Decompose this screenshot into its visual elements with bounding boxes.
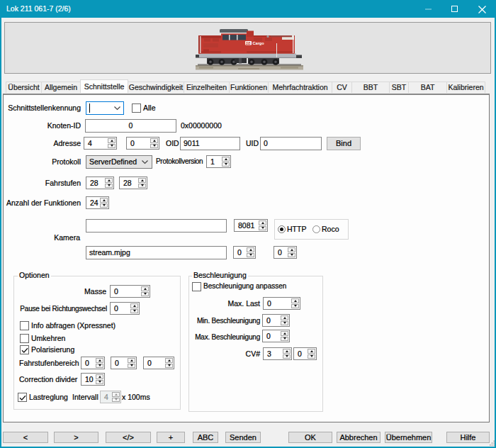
- svg-text:Cargo: Cargo: [253, 41, 265, 45]
- svg-text:DB: DB: [246, 42, 251, 45]
